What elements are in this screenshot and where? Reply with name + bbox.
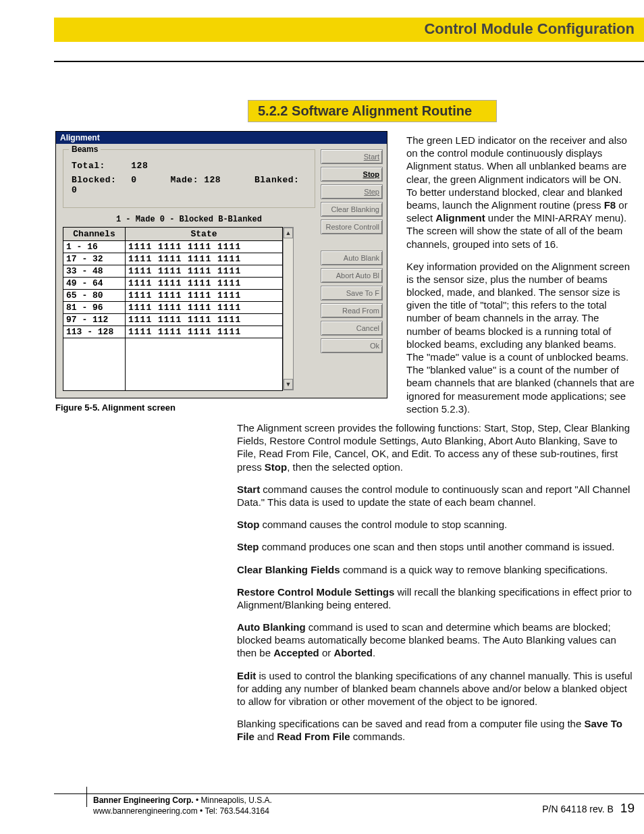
table-row: 17 - 321111 1111 1111 1111 <box>63 253 283 265</box>
col-channels: Channels <box>63 228 126 241</box>
beams-legend: Beams <box>69 145 101 154</box>
abort-auto-blank-button[interactable]: Abort Auto Bl <box>321 268 383 283</box>
footer-left: Banner Engineering Corp. • Minneapolis, … <box>93 796 272 816</box>
col-state: State <box>126 228 283 241</box>
table-row: 113 - 1281111 1111 1111 1111 <box>63 326 283 338</box>
table-row: 81 - 961111 1111 1111 1111 <box>63 302 283 314</box>
beams-group: Beams Total: 128 Blocked: 0 Made: 128 <box>63 149 315 208</box>
figure-alignment: Alignment Beams Total: 128 Blocked: 0 <box>55 131 387 413</box>
made-value: 128 <box>204 175 221 185</box>
window-title: Alignment <box>56 132 387 144</box>
auto-blank-button[interactable]: Auto Blank <box>321 251 383 265</box>
table-row: 33 - 481111 1111 1111 1111 <box>63 265 283 278</box>
scroll-down-icon[interactable]: ▼ <box>284 379 293 390</box>
scrollbar[interactable]: ▲ ▼ <box>283 227 294 390</box>
channels-table: Channels State 1 - 161111 1111 1111 1111… <box>63 227 283 391</box>
stop-button[interactable]: Stop <box>321 167 383 182</box>
footer-tick <box>86 787 87 807</box>
state-legend: 1 - Made 0 - Blocked B-Blanked <box>63 215 315 224</box>
table-row: 65 - 801111 1111 1111 1111 <box>63 290 283 302</box>
blanked-label: Blanked: <box>254 175 299 185</box>
figure-caption: Figure 5-5. Alignment screen <box>55 402 387 413</box>
table-row: 49 - 641111 1111 1111 1111 <box>63 278 283 290</box>
footer-right: P/N 64118 rev. B19 <box>542 801 635 816</box>
blocked-label: Blocked: <box>72 175 126 185</box>
blocked-value: 0 <box>131 175 136 185</box>
ok-button[interactable]: Ok <box>321 338 383 353</box>
start-button[interactable]: Start <box>321 149 383 164</box>
cancel-button[interactable]: Cancel <box>321 321 383 336</box>
step-button[interactable]: Step <box>321 184 383 199</box>
header-band: Control Module Configuration <box>54 18 644 42</box>
page-number: 19 <box>620 801 635 815</box>
chapter-title: Control Module Configuration <box>424 20 635 38</box>
read-from-file-button[interactable]: Read From <box>321 303 383 318</box>
total-value: 128 <box>131 161 148 171</box>
scroll-up-icon[interactable]: ▲ <box>284 228 293 238</box>
right-body-text: The green LED indicator on the receiver … <box>406 134 635 425</box>
footer-rule <box>54 793 644 794</box>
section-heading: 5.2.2 Software Alignment Routine <box>248 100 497 122</box>
lower-body-text: The Alignment screen provides the follow… <box>237 421 635 753</box>
header-rule <box>54 61 644 62</box>
alignment-window: Alignment Beams Total: 128 Blocked: 0 <box>55 131 387 398</box>
save-to-file-button[interactable]: Save To F <box>321 286 383 301</box>
made-label: Made: <box>170 175 198 185</box>
blanked-value: 0 <box>72 185 77 195</box>
table-row: 1 - 161111 1111 1111 1111 <box>63 241 283 253</box>
table-row: 97 - 1121111 1111 1111 1111 <box>63 314 283 326</box>
restore-controller-button[interactable]: Restore Controll <box>321 219 383 234</box>
total-label: Total: <box>72 161 126 171</box>
clear-blanking-button[interactable]: Clear Blanking <box>321 202 383 217</box>
